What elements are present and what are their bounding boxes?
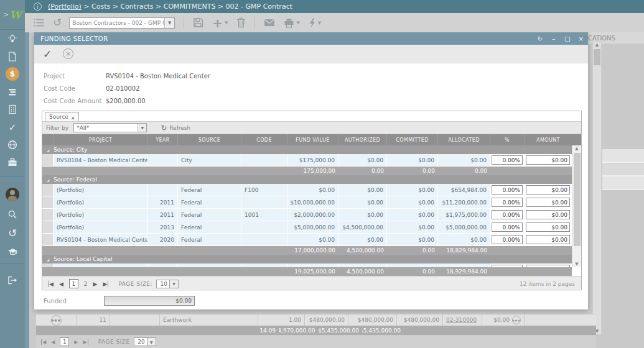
modal-titlebar[interactable]: FUNDING SELECTOR ↻ – □ × bbox=[34, 32, 588, 45]
numbered-list-icon[interactable] bbox=[34, 18, 44, 27]
briefcase-icon[interactable] bbox=[0, 154, 25, 170]
pager-prev-icon[interactable]: ◀ bbox=[59, 281, 63, 287]
col-fund-value[interactable]: FUND VALUE bbox=[287, 134, 338, 145]
group-row-federal[interactable]: ◢ Source: Federal bbox=[42, 175, 581, 184]
col-project[interactable]: PROJECT bbox=[54, 134, 148, 145]
app-logo[interactable]: > W bbox=[0, 0, 25, 30]
filter-caret-icon[interactable]: ▼ bbox=[138, 124, 146, 132]
pager-current-page[interactable]: 1 bbox=[60, 337, 69, 346]
pager-first-icon[interactable]: ◀ bbox=[48, 281, 54, 287]
contract-context-dropdown[interactable]: Boston Contractors - 002 - GMP Cor ▼ bbox=[69, 17, 175, 29]
refresh-button[interactable]: ↻ Refresh bbox=[161, 124, 190, 132]
group-collapse-icon[interactable]: ◢ bbox=[42, 178, 54, 182]
amount-input[interactable] bbox=[526, 155, 570, 165]
group-collapse-icon[interactable]: ◢ bbox=[42, 148, 54, 152]
schedule-bars-icon[interactable] bbox=[0, 84, 25, 100]
modal-maximize-icon[interactable]: □ bbox=[561, 35, 574, 42]
building-icon[interactable] bbox=[0, 101, 25, 117]
group-row-local-capital[interactable]: ◢ Source: Local Capital bbox=[42, 255, 581, 263]
amount-input[interactable] bbox=[526, 185, 570, 195]
table-row[interactable]: (Portfolio) 2011 Federal 1001 $2,000,000… bbox=[42, 209, 581, 221]
costs-dollar-icon[interactable]: $ bbox=[0, 66, 25, 82]
history-icon[interactable]: ↺ bbox=[0, 225, 25, 241]
info-icon[interactable]: i bbox=[34, 2, 42, 11]
pager-next-icon[interactable]: ▶ bbox=[93, 281, 98, 287]
scroll-up-icon[interactable]: ▲ bbox=[593, 42, 601, 47]
scroll-up-icon[interactable]: ▲ bbox=[572, 146, 581, 151]
amount-input[interactable] bbox=[526, 198, 570, 207]
table-row[interactable]: (Portfolio) 2011 Federal $10,000,000.00 … bbox=[42, 196, 581, 209]
modal-close-icon[interactable]: × bbox=[574, 35, 588, 42]
group-by-source-chip[interactable]: Source ▲ bbox=[45, 112, 79, 121]
grid-vertical-scrollbar[interactable]: ▲ ▼ bbox=[572, 145, 581, 267]
breadcrumb-portfolio-link[interactable]: (Portfolio) bbox=[48, 2, 82, 11]
table-row-city[interactable]: RVS0104 - Boston Medical Center City $17… bbox=[42, 154, 581, 167]
add-dropdown-caret-icon[interactable]: ▼ bbox=[225, 21, 228, 25]
row-menu-dots-icon[interactable]: ●●● bbox=[51, 315, 62, 326]
actions-lightning-button[interactable] bbox=[309, 18, 316, 28]
confirm-check-button[interactable]: ✓ bbox=[43, 48, 52, 60]
col-source[interactable]: SOURCE bbox=[178, 134, 241, 145]
undo-history-icon[interactable]: ↺ bbox=[53, 17, 62, 28]
percent-input[interactable] bbox=[492, 198, 523, 207]
group-row-city[interactable]: ◢ Source: City bbox=[42, 145, 581, 154]
page-size-caret-icon[interactable]: ▼ bbox=[147, 337, 156, 346]
globe-icon[interactable] bbox=[0, 137, 25, 153]
funded-value[interactable]: $0.00 bbox=[104, 296, 195, 306]
print-button[interactable] bbox=[284, 18, 294, 28]
page-vertical-scrollbar[interactable]: ▲ ▼ bbox=[592, 41, 602, 335]
pager-prev-icon[interactable]: ◀ bbox=[51, 339, 55, 345]
pager-next-icon[interactable]: ▶ bbox=[74, 339, 78, 345]
filter-dropdown[interactable]: *All* ▼ bbox=[73, 123, 147, 132]
modal-refresh-icon[interactable]: ↻ bbox=[533, 35, 547, 42]
page-size-value[interactable]: 20 bbox=[134, 337, 147, 346]
percent-input[interactable] bbox=[492, 210, 523, 219]
graduation-cap-icon[interactable] bbox=[0, 244, 25, 260]
pager-last-icon[interactable]: ▶ bbox=[83, 339, 88, 345]
amount-input[interactable] bbox=[526, 210, 570, 219]
user-avatar[interactable] bbox=[0, 186, 25, 203]
pager-current-page[interactable]: 1 bbox=[69, 279, 78, 288]
search-icon[interactable] bbox=[0, 206, 25, 222]
save-button[interactable] bbox=[193, 17, 203, 28]
pager-last-icon[interactable]: ▶ bbox=[103, 281, 109, 287]
col-committed[interactable]: COMMITTED bbox=[387, 134, 438, 145]
percent-input[interactable] bbox=[492, 222, 523, 232]
delete-trash-button[interactable] bbox=[236, 17, 246, 28]
modal-minimize-icon[interactable]: – bbox=[547, 35, 561, 42]
add-button[interactable]: + bbox=[212, 17, 223, 29]
col-year[interactable]: YEAR bbox=[148, 134, 178, 145]
table-row[interactable]: (Portfolio) Federal F100 $0.00 $0.00 $0.… bbox=[42, 184, 581, 196]
cancel-circle-x-button[interactable]: × bbox=[63, 48, 73, 59]
funded-menu-dots-icon[interactable]: ●●● bbox=[512, 316, 521, 324]
percent-input[interactable] bbox=[492, 265, 523, 267]
page-size-value[interactable]: 10 bbox=[156, 280, 170, 288]
amount-input[interactable] bbox=[526, 222, 570, 232]
col-amount[interactable]: AMOUNT bbox=[525, 134, 572, 145]
col-percent[interactable]: % bbox=[490, 134, 525, 145]
print-dropdown-caret-icon[interactable]: ▼ bbox=[296, 21, 299, 25]
tasks-check-icon[interactable]: ✓ bbox=[0, 119, 25, 135]
pager-page-2[interactable]: 2 bbox=[84, 281, 88, 287]
chevron-down-icon[interactable]: ▼ bbox=[164, 18, 174, 28]
page-size-caret-icon[interactable]: ▼ bbox=[170, 280, 179, 288]
documents-icon[interactable] bbox=[0, 48, 25, 65]
table-row[interactable]: (Portfolio) 2013 Federal $5,000,000.00 $… bbox=[42, 221, 581, 234]
group-collapse-icon[interactable]: ◢ bbox=[42, 257, 54, 262]
col-allocated[interactable]: ALLOCATED bbox=[438, 134, 490, 145]
scrollbar-thumb[interactable] bbox=[594, 49, 600, 65]
percent-input[interactable] bbox=[492, 235, 523, 244]
actions-dropdown-caret-icon[interactable]: ▼ bbox=[318, 21, 321, 25]
cost-code-link[interactable]: 02-310000 bbox=[446, 317, 477, 323]
scroll-down-icon[interactable]: ▼ bbox=[572, 262, 581, 267]
scrollbar-thumb[interactable] bbox=[574, 153, 581, 246]
col-authorized[interactable]: AUTHORIZED bbox=[338, 134, 387, 145]
commitment-table-row[interactable]: ●●● 11 Earthwork 1.00 $480,000.00 $480,0… bbox=[36, 314, 596, 326]
amount-input[interactable] bbox=[526, 265, 570, 267]
table-row[interactable]: RVS0104 - Boston Medical Center 2020 Fed… bbox=[42, 234, 581, 246]
percent-input[interactable] bbox=[492, 185, 523, 195]
mail-button[interactable] bbox=[264, 19, 275, 27]
percent-input[interactable] bbox=[492, 155, 523, 165]
ideas-lightbulb-icon[interactable] bbox=[0, 31, 25, 47]
pager-first-icon[interactable]: ◀ bbox=[41, 339, 46, 345]
